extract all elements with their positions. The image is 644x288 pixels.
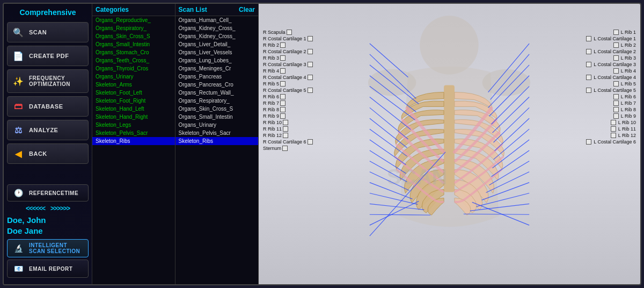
left-labels: R Scapula R Costal Cartilage 1 R Rib 2 R…	[263, 30, 313, 152]
frequency-icon: ✨	[11, 74, 26, 89]
back-icon: ◀	[11, 146, 26, 161]
right-labels: L Rib 1 L Costal Cartilage 1 L Rib 2 L C…	[586, 30, 636, 145]
list-item[interactable]: Skeleton_Pelvis_Sacr	[92, 129, 175, 137]
list-item[interactable]: Organs_Human_Cell_	[175, 16, 259, 24]
scan-row-l-rib-2: L Rib 2	[613, 42, 636, 48]
list-item[interactable]: Organs_Skin_Cross_S	[175, 105, 259, 113]
database-button[interactable]: 🗃 DATABASE	[7, 96, 89, 117]
scan-button[interactable]: 🔍 SCAN	[7, 22, 89, 42]
scan-label: SCAN	[29, 29, 47, 35]
clock-icon: 🕐	[11, 185, 26, 200]
scan-row-r-rib-2: R Rib 2	[263, 42, 313, 48]
email-label: EMAIL REPORT	[29, 266, 72, 272]
svg-point-0	[420, 16, 478, 74]
scan-row-l-rib-12: L Rib 12	[611, 133, 636, 138]
scan-row-r-rib-8: R Rib 8	[263, 107, 313, 112]
navigation-arrows: <<<<<< >>>>>>	[7, 205, 89, 212]
svg-line-29	[493, 97, 530, 133]
back-button[interactable]: ◀ BACK	[7, 143, 89, 164]
intelligent-scan-button[interactable]: 🔬 INTELLIGENT SCAN SELECTION	[7, 239, 89, 257]
scan-row-r-rib-5: R Rib 5	[263, 81, 313, 87]
scan-row-r-costal-6: R Costal Cartilage 6	[263, 139, 313, 145]
scan-row-l-costal-6: L Costal Cartilage 6	[586, 139, 636, 145]
patient1-name: Doe, John	[7, 215, 89, 225]
scan-row-l-rib-7: L Rib 7	[613, 100, 636, 106]
scan-row-r-rib-12: R Rib 12	[263, 133, 313, 138]
scan-list-panel: Scan List Clear Organs_Human_Cell_Organs…	[175, 4, 259, 284]
list-item[interactable]: Organs_Liver_Detail_	[175, 40, 259, 48]
analyze-icon: ⚖	[11, 123, 26, 138]
categories-panel: Categories Organs_Reproductive_Organs_Re…	[92, 4, 175, 284]
scan-row-r-rib-6: R Rib 6	[263, 94, 313, 99]
scan-row-l-costal-2: L Costal Cartilage 2	[586, 49, 636, 54]
anatomy-view: SCAN	[259, 4, 640, 284]
next-arrows[interactable]: >>>>>>	[50, 205, 70, 212]
scan-list-title: Scan List	[179, 6, 207, 13]
scan-row-l-costal-4: L Costal Cartilage 4	[586, 75, 636, 80]
frequency-optimization-button[interactable]: ✨ FREQUENCY OPTIMIZATION	[7, 69, 89, 93]
list-item[interactable]: Organs_Skin_Cross_S	[92, 32, 175, 40]
scan-row-l-rib-3: L Rib 3	[613, 55, 636, 61]
list-item[interactable]: Organs_Liver_Vessels	[175, 48, 259, 56]
list-item[interactable]: Organs_Respiratory_	[92, 24, 175, 32]
scan-row-r-rib-10: R Rib 10	[263, 120, 313, 125]
intelligent-label: INTELLIGENT SCAN SELECTION	[29, 242, 85, 254]
list-item[interactable]: Organs_Urinary	[175, 121, 259, 129]
list-item[interactable]: Organs_Small_Intestin	[175, 113, 259, 121]
list-item[interactable]: Organs_Pancreas	[175, 73, 259, 81]
categories-header: Categories	[92, 4, 175, 16]
list-item[interactable]: Organs_Reproductive_	[92, 16, 175, 24]
list-item[interactable]: Organs_Small_Intestin	[92, 40, 175, 48]
back-label: BACK	[29, 150, 47, 157]
scan-list-clear-button[interactable]: Clear	[239, 6, 255, 13]
sidebar: Comprehensive 🔍 SCAN 📄 CREATE PDF ✨ FREQ…	[4, 4, 92, 284]
list-item[interactable]: Skeleton_Arms	[92, 81, 175, 89]
list-item[interactable]: Skeleton_Foot_Right	[92, 97, 175, 105]
prev-arrows[interactable]: <<<<<<	[26, 205, 45, 212]
freq-label: FREQUENCY OPTIMIZATION	[29, 75, 85, 87]
pdf-icon: 📄	[11, 48, 26, 63]
list-item[interactable]: Skeleton_Hand_Right	[92, 113, 175, 121]
list-item[interactable]: Organs_Kidney_Cross_	[175, 32, 259, 40]
list-item[interactable]: Skeleton_Hand_Left	[92, 105, 175, 113]
create-pdf-button[interactable]: 📄 CREATE PDF	[7, 46, 89, 66]
scan-row-l-rib-6: L Rib 6	[613, 94, 636, 99]
list-item[interactable]: Organs_Stomach_Cro	[92, 48, 175, 56]
sidebar-title: Comprehensive	[7, 8, 89, 17]
list-item[interactable]: Skeleton_Ribs	[92, 137, 175, 145]
reference-time-button[interactable]: 🕐 REFERENCETIME	[7, 184, 89, 201]
scan-row-r-rib-7: R Rib 7	[263, 100, 313, 106]
list-item[interactable]: Skeleton_Pelvis_Sacr	[175, 129, 259, 137]
list-item[interactable]: Organs_Rectum_Wall_	[175, 89, 259, 97]
categories-list[interactable]: Organs_Reproductive_Organs_Respiratory_O…	[92, 16, 175, 284]
analyze-button[interactable]: ⚖ ANALYZE	[7, 120, 89, 140]
scan-row-r-rib-3: R Rib 3	[263, 55, 313, 61]
list-item[interactable]: Skeleton_Legs	[92, 121, 175, 129]
scan-row-r-costal-1: R Costal Cartilage 1	[263, 36, 313, 41]
patient2-name: Doe Jane	[7, 226, 89, 235]
email-report-button[interactable]: 📧 EMAIL REPORT	[7, 260, 89, 278]
db-label: DATABASE	[29, 103, 63, 110]
scan-row-r-costal-4: R Costal Cartilage 4	[263, 75, 313, 80]
svg-text:SCAN: SCAN	[387, 165, 448, 189]
list-item[interactable]: Organs_Meninges_Cr	[175, 64, 259, 73]
list-item[interactable]: Organs_Teeth_Cross_	[92, 56, 175, 64]
list-item[interactable]: Organs_Kidney_Cross_	[175, 24, 259, 32]
scan-row-l-rib-10: L Rib 10	[611, 120, 636, 125]
scan-row-l-costal-5: L Costal Cartilage 5	[586, 88, 636, 93]
reference-label: REFERENCETIME	[29, 190, 78, 196]
list-item[interactable]: Organs_Thyroid_Cros	[92, 64, 175, 73]
list-item[interactable]: Skeleton_Ribs	[175, 137, 259, 145]
scan-row-l-rib-8: L Rib 8	[613, 107, 636, 112]
scan-list-header: Scan List Clear	[175, 4, 259, 16]
list-item[interactable]: Organs_Respiratory_	[175, 97, 259, 105]
list-item[interactable]: Organs_Lung_Lobes_	[175, 56, 259, 64]
list-item[interactable]: Skeleton_Foot_Left	[92, 89, 175, 97]
scan-row-r-rib-4: R Rib 4	[263, 68, 313, 74]
scan-list-items[interactable]: Organs_Human_Cell_Organs_Kidney_Cross_Or…	[175, 16, 259, 284]
list-item[interactable]: Organs_Urinary	[92, 73, 175, 81]
scan-row-r-costal-2: R Costal Cartilage 2	[263, 49, 313, 54]
scan-row-l-rib-9: L Rib 9	[613, 113, 636, 119]
list-item[interactable]: Organs_Pancreas_Cro	[175, 81, 259, 89]
analyze-label: ANALYZE	[29, 127, 58, 133]
